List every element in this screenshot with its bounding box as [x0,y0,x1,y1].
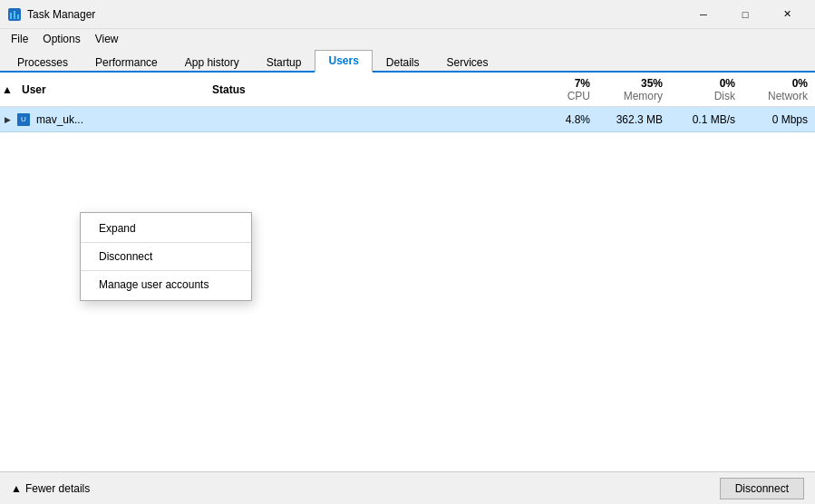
disconnect-button[interactable]: Disconnect [720,478,804,499]
cpu-label: CPU [532,90,590,102]
col-header-network[interactable]: 0% Network [742,73,815,106]
app-icon [7,7,22,22]
disk-pct: 0% [720,77,735,90]
context-menu-expand[interactable]: Expand [81,217,251,240]
tab-performance[interactable]: Performance [82,52,171,73]
window-controls: ─ □ ✕ [683,0,808,29]
user-icon-box: U [17,113,30,126]
col-header-status[interactable]: Status [205,80,296,100]
row-memory: 362.3 MB [597,113,670,126]
user-icon: U [15,107,33,132]
tab-users[interactable]: Users [315,50,372,73]
context-menu-separator-2 [81,270,251,271]
expand-arrow-icon[interactable]: ▶ [0,107,15,132]
memory-pct: 35% [641,77,663,90]
menu-view[interactable]: View [88,31,126,47]
chevron-down-icon: ▲ [11,482,22,495]
tab-details[interactable]: Details [373,52,433,73]
context-menu-separator [81,242,251,243]
bottom-bar: ▲ Fewer details Disconnect [0,471,815,504]
close-button[interactable]: ✕ [766,0,808,29]
tab-startup[interactable]: Startup [253,52,315,73]
fewer-details-label: Fewer details [25,482,90,495]
user-name: mav_uk... [33,113,190,126]
sort-arrow[interactable]: ▲ [0,73,15,107]
disk-label: Disk [677,90,735,102]
menu-file[interactable]: File [4,31,35,47]
maximize-button[interactable]: □ [724,0,766,29]
menu-bar: File Options View [0,29,815,49]
column-headers: ▲ User Status 7% CPU 35% Memory 0% Disk … [0,73,815,107]
col-header-disk[interactable]: 0% Disk [670,73,742,106]
tab-services[interactable]: Services [433,52,502,73]
tab-app-history[interactable]: App history [171,52,253,73]
row-cpu: 4.8% [525,113,597,126]
menu-options[interactable]: Options [35,31,87,47]
title-bar: Task Manager ─ □ ✕ [0,0,815,29]
row-network: 0 Mbps [742,113,815,126]
minimize-button[interactable]: ─ [683,0,724,29]
main-content: ▲ User Status 7% CPU 35% Memory 0% Disk … [0,73,815,471]
svg-rect-3 [17,15,19,19]
network-label: Network [750,90,808,102]
col-header-cpu[interactable]: 7% CPU [525,73,597,106]
svg-rect-2 [14,11,15,19]
cpu-pct: 7% [575,77,590,90]
tab-processes[interactable]: Processes [4,52,82,73]
col-header-user[interactable]: User [15,80,205,100]
context-menu-manage-accounts[interactable]: Manage user accounts [81,273,251,296]
table-row[interactable]: ▶ U mav_uk... 4.8% 362.3 MB 0.1 MB/s 0 M… [0,107,815,132]
context-menu: Expand Disconnect Manage user accounts [80,212,252,301]
memory-label: Memory [605,90,663,102]
window-title: Task Manager [27,8,683,21]
svg-rect-1 [10,13,12,19]
row-disk: 0.1 MB/s [670,113,742,126]
network-pct: 0% [792,77,808,90]
fewer-details-button[interactable]: ▲ Fewer details [11,482,90,495]
context-menu-disconnect[interactable]: Disconnect [81,245,251,268]
col-header-memory[interactable]: 35% Memory [597,73,670,106]
tab-bar: Processes Performance App history Startu… [0,49,815,73]
